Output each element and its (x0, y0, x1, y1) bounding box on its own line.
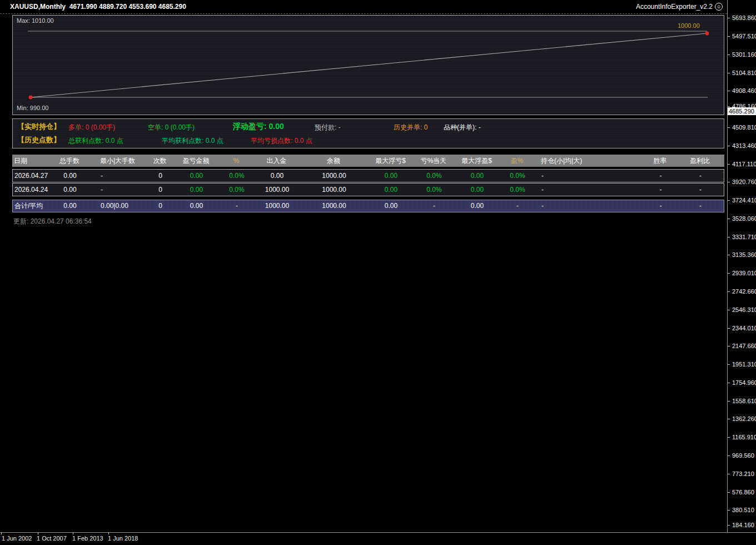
price-label-text: 1165.910 (732, 434, 756, 440)
time-label: 1 Feb 2013 (72, 535, 103, 542)
price-label: 1165.910 (728, 434, 756, 440)
price-label-text: 3528.060 (732, 215, 756, 222)
price-label: 2546.310 (728, 306, 756, 313)
stats-table-row: 2026.04.240.00-00.000.0%1000.001000.000.… (12, 183, 724, 196)
price-label: 2939.010 (728, 270, 756, 276)
price-label-text: 576.860 (732, 489, 754, 496)
total-cell: 0.00|0.00 (89, 200, 148, 212)
margin-value: 预付款: - (315, 123, 341, 132)
price-tick (728, 91, 730, 91)
price-label: 773.210 (728, 470, 754, 477)
smiley-icon[interactable]: ☺ (715, 3, 723, 11)
start-point-dot (29, 96, 33, 100)
price-label-text: 1558.610 (732, 398, 756, 404)
min-balance-label: Min: 990.00 (17, 105, 48, 111)
header-cell: 盈% (500, 155, 534, 167)
time-axis-line (0, 532, 756, 533)
price-tick (728, 474, 730, 474)
price-label: 1754.960 (728, 379, 756, 386)
floating-pl-value: 浮动盈亏: 0.00 (233, 122, 284, 132)
end-balance-label: 1000.00 (678, 22, 700, 29)
price-label-text: 3920.760 (732, 179, 756, 185)
total-cell: 0.00 (454, 200, 501, 212)
data-cell: 0.00 (367, 170, 415, 182)
long-orders-value: 多单: 0 (0.00手) (68, 123, 115, 132)
price-label-text: 4908.460 (732, 87, 756, 94)
total-cell: - (534, 200, 645, 212)
data-cell: 1000.00 (301, 170, 367, 182)
end-point-dot (705, 32, 709, 36)
price-tick (728, 127, 730, 128)
data-cell: - (89, 170, 148, 182)
total-cell: - (415, 200, 454, 212)
price-tick (728, 146, 730, 146)
price-label: 3920.760 (728, 179, 756, 185)
time-tick (73, 532, 73, 534)
history-merged-value: 历史并单: 0 (394, 123, 427, 132)
price-label-text: 380.510 (732, 507, 754, 513)
total-cell: 0 (148, 200, 173, 212)
data-cell: 0.00 (253, 170, 301, 182)
data-cell: - (676, 170, 725, 182)
merged-symbol-value: 品种(并单): - (444, 123, 481, 132)
data-cell: 0 (148, 170, 173, 182)
stats-table-row: 2026.04.270.00-00.000.0%0.001000.000.000… (12, 169, 724, 182)
time-tick (38, 532, 38, 534)
window-separator (0, 13, 727, 14)
header-cell: 余额 (300, 155, 367, 167)
price-label-text: 969.560 (732, 452, 754, 459)
price-tick (728, 328, 730, 329)
price-label-text: 5301.160 (732, 51, 756, 58)
total-cell: - (501, 200, 534, 212)
price-tick (728, 36, 730, 37)
price-tick (728, 73, 730, 73)
data-cell: 2026.04.24 (13, 184, 51, 196)
price-label: 2742.660 (728, 288, 756, 295)
current-price-badge: 4685.290 (728, 107, 756, 115)
data-cell: - (676, 184, 725, 196)
total-cell: - (645, 200, 676, 212)
data-cell: - (89, 184, 148, 196)
header-cell: 日期 (12, 155, 50, 167)
price-tick (728, 54, 730, 55)
data-cell: 0.00 (367, 184, 415, 196)
price-label-text: 3135.360 (732, 251, 756, 258)
price-label: 184.160 (728, 522, 754, 528)
price-tick (728, 525, 730, 526)
price-tick (728, 18, 730, 18)
price-tick (728, 364, 730, 365)
avg-profit-points-value: 平均获利点数: 0.0 点 (162, 136, 223, 146)
price-tick (728, 106, 730, 107)
time-tick (1, 532, 2, 534)
price-label: 4313.460 (728, 142, 756, 149)
balance-chart-panel[interactable]: Max: 1010.00 Min: 990.00 1000.00 (12, 15, 724, 115)
price-label-text: 184.160 (732, 522, 754, 528)
price-tick (728, 219, 730, 219)
ea-title: AccountInfoExporter_v2.2 ☺ (636, 3, 723, 11)
header-cell: 盈利比 (675, 155, 724, 167)
data-cell: 0.00 (173, 170, 220, 182)
price-label: 3528.060 (728, 215, 756, 222)
header-cell: 次数 (147, 155, 172, 167)
price-label-text: 4117.110 (732, 161, 756, 167)
realtime-positions-title: 【实时持仓】 (17, 122, 61, 132)
balance-line (31, 33, 707, 97)
data-cell: 0.0% (220, 184, 253, 196)
price-tick (728, 182, 730, 182)
last-update-timestamp: 更新: 2026.04.27 06:36:54 (13, 217, 92, 226)
price-tick (728, 419, 730, 419)
header-cell: 胜率 (645, 155, 675, 167)
data-cell: - (645, 170, 676, 182)
max-balance-label: Max: 1010.00 (17, 17, 54, 24)
ea-name-label: AccountInfoExporter_v2.2 (636, 3, 713, 11)
price-label: 5693.860 (728, 14, 756, 21)
data-cell: - (534, 170, 645, 182)
price-label: 4509.810 (728, 124, 756, 131)
total-cell: - (676, 200, 725, 212)
total-cell: 0.00 (367, 200, 415, 212)
price-label: 576.860 (728, 489, 754, 496)
price-label: 5301.160 (728, 51, 756, 58)
price-tick (728, 401, 730, 402)
header-cell: 亏%当天 (414, 155, 453, 167)
price-label: 5104.810 (728, 70, 756, 76)
